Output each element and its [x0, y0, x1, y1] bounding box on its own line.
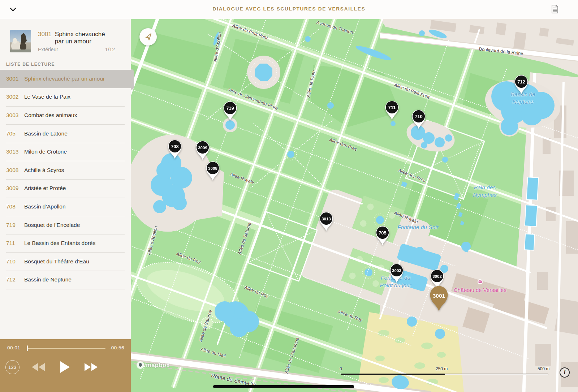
playlist-item-3008[interactable]: 3008Achille à Scyros	[0, 161, 131, 180]
svg-text:708: 708	[171, 144, 179, 149]
svg-text:3002: 3002	[432, 274, 442, 279]
svg-text:3013: 3013	[322, 217, 331, 221]
map-pin-712[interactable]: 712	[513, 74, 529, 96]
map-pin-719[interactable]: 719	[222, 100, 238, 123]
playlist-item-number: 719	[6, 222, 24, 228]
sidebar: 3001 Sphinx chevauché par un amour Extér…	[0, 19, 131, 339]
map-pin-711[interactable]: 711	[384, 100, 400, 122]
map-canvas[interactable]: Allée du Petit PontAvenue du TrianonBoul…	[131, 19, 578, 392]
now-playing-number: 3001	[38, 31, 52, 38]
playlist-item-title: Bassin de Latone	[24, 130, 68, 137]
svg-text:710: 710	[415, 114, 423, 119]
playlist-item-719[interactable]: 719Bosquet de l’Encelade	[0, 216, 131, 234]
playlist-item-number: 3009	[6, 185, 24, 191]
svg-text:3001: 3001	[433, 293, 445, 299]
playlist-item-number: 705	[6, 130, 24, 137]
map-pin-708[interactable]: 708	[167, 139, 183, 161]
playlist-heading: LISTE DE LECTURE	[6, 62, 55, 67]
panel-drag-handle[interactable]	[131, 69, 134, 90]
map-pin-3003[interactable]: 3003	[389, 263, 405, 285]
playlist-item-712[interactable]: 712Bassin de Neptune	[0, 271, 131, 289]
info-button[interactable]: i	[560, 367, 570, 378]
now-playing-text: 3001 Sphinx chevauché par un amour Extér…	[38, 31, 116, 52]
playlist-item-number: 708	[6, 203, 24, 210]
home-indicator[interactable]	[213, 385, 354, 388]
progress-thumb[interactable]	[27, 345, 28, 351]
svg-text:719: 719	[226, 105, 234, 111]
playlist-item-number: 3003	[6, 112, 24, 119]
playlist-item-3013[interactable]: 3013Milon de Crotone	[0, 143, 131, 161]
locate-button[interactable]	[139, 28, 157, 46]
playlist-item-title: Bassin de Neptune	[24, 276, 72, 283]
map-pin-3008[interactable]: 3008	[205, 160, 221, 183]
forward-button[interactable]	[83, 360, 99, 374]
map-pin-3013[interactable]: 3013	[318, 211, 334, 233]
playlist-item-title: Le Bassin des Enfants dorés	[24, 240, 95, 246]
audio-player: 00:01 -00:56 123	[0, 339, 131, 392]
document-icon[interactable]	[549, 3, 561, 15]
playlist: 3001Sphinx chevauché par un amour3002Le …	[0, 70, 131, 289]
playlist-item-title: Bosquet du Théâtre d’Eau	[24, 258, 89, 265]
play-button[interactable]	[58, 360, 72, 374]
mapbox-attribution[interactable]: mapbox	[137, 361, 170, 369]
now-playing-card[interactable]: 3001 Sphinx chevauché par un amour Extér…	[0, 19, 131, 59]
playlist-item-title: Aristée et Protée	[24, 185, 66, 191]
now-playing-location: Extérieur	[38, 47, 58, 52]
map-pin-710[interactable]: 710	[411, 109, 427, 131]
now-playing-title: Sphinx chevauché par un amour	[55, 31, 110, 45]
now-playing-position: 1/12	[105, 47, 115, 52]
playlist-item-number: 3002	[6, 94, 24, 100]
header-bar: DIALOGUE AVEC LES SCULPTURES DE VERSAILL…	[0, 0, 578, 19]
playlist-item-711[interactable]: 711Le Bassin des Enfants dorés	[0, 234, 131, 253]
playlist-item-title: Achille à Scyros	[24, 167, 64, 173]
playlist-item-number: 3001	[6, 76, 24, 82]
mapbox-icon	[137, 361, 144, 369]
playlist-item-title: Combat des animaux	[24, 112, 77, 119]
progress-bar[interactable]	[27, 348, 105, 349]
map-pin-705[interactable]: 705	[375, 225, 391, 247]
svg-text:712: 712	[517, 79, 525, 85]
svg-text:3009: 3009	[198, 146, 207, 150]
mapbox-wordmark: mapbox	[146, 362, 170, 369]
rewind-button[interactable]	[30, 360, 46, 374]
playlist-item-3001[interactable]: 3001Sphinx chevauché par un amour	[0, 70, 131, 88]
svg-text:3003: 3003	[392, 268, 401, 273]
playlist-item-number: 712	[6, 276, 24, 283]
navigation-arrow-icon	[143, 32, 153, 42]
map-base-tiles	[131, 19, 578, 392]
now-playing-thumbnail	[10, 30, 31, 52]
playlist-item-705[interactable]: 705Bassin de Latone	[0, 125, 131, 143]
svg-text:705: 705	[379, 230, 387, 236]
map-pin-3009[interactable]: 3009	[195, 140, 211, 162]
playlist-item-3002[interactable]: 3002Le Vase de la Paix	[0, 88, 131, 107]
app-window: DIALOGUE AVEC LES SCULPTURES DE VERSAILL…	[0, 0, 578, 392]
keypad-button[interactable]: 123	[5, 360, 20, 374]
playlist-item-3003[interactable]: 3003Combat des animaux	[0, 106, 131, 125]
playlist-item-title: Milon de Crotone	[24, 148, 67, 155]
playlist-item-710[interactable]: 710Bosquet du Théâtre d’Eau	[0, 253, 131, 271]
svg-text:711: 711	[388, 105, 396, 110]
playlist-item-708[interactable]: 708Bassin d’Apollon	[0, 198, 131, 216]
svg-text:3008: 3008	[208, 166, 217, 171]
time-elapsed: 00:01	[7, 345, 20, 350]
page-title: DIALOGUE AVEC LES SCULPTURES DE VERSAILL…	[0, 6, 578, 12]
playlist-item-number: 3013	[6, 148, 24, 155]
playlist-item-title: Bassin d’Apollon	[24, 203, 66, 210]
map-pin-3001-selected[interactable]: 3001	[429, 284, 449, 313]
playlist-item-number: 710	[6, 258, 24, 265]
playlist-item-number: 3008	[6, 167, 24, 173]
playlist-item-3009[interactable]: 3009Aristée et Protée	[0, 180, 131, 198]
playlist-item-title: Bosquet de l’Encelade	[24, 222, 80, 228]
playlist-item-title: Sphinx chevauché par un amour	[24, 76, 105, 82]
time-remaining: -00:56	[109, 345, 124, 350]
playlist-item-number: 711	[6, 240, 24, 246]
playlist-item-title: Le Vase de la Paix	[24, 94, 70, 100]
